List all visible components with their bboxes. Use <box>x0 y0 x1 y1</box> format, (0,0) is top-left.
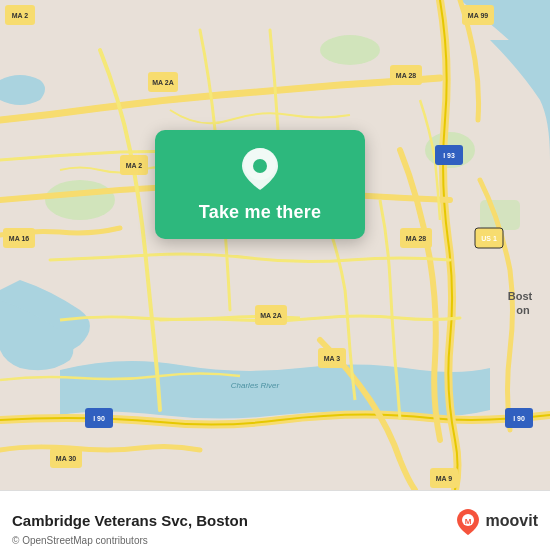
svg-text:MA 28: MA 28 <box>396 72 416 79</box>
svg-text:MA 2: MA 2 <box>126 162 143 169</box>
moovit-label: moovit <box>486 512 538 530</box>
svg-text:Charles River: Charles River <box>231 381 280 390</box>
svg-text:MA 30: MA 30 <box>56 455 76 462</box>
svg-text:MA 16: MA 16 <box>9 235 29 242</box>
moovit-icon: M <box>454 507 482 535</box>
bottom-info-bar: Cambridge Veterans Svc, Boston © OpenStr… <box>0 490 550 550</box>
svg-text:MA 3: MA 3 <box>324 355 341 362</box>
svg-text:MA 2: MA 2 <box>12 12 29 19</box>
copyright-text: © OpenStreetMap contributors <box>12 535 148 546</box>
svg-text:MA 9: MA 9 <box>436 475 453 482</box>
location-info: Cambridge Veterans Svc, Boston © OpenStr… <box>12 512 454 529</box>
location-pin-icon <box>240 146 280 194</box>
svg-text:MA 99: MA 99 <box>468 12 488 19</box>
navigation-card: Take me there <box>155 130 365 239</box>
svg-text:I 90: I 90 <box>93 415 105 422</box>
svg-text:M: M <box>464 517 471 526</box>
svg-text:MA 2A: MA 2A <box>152 79 174 86</box>
svg-text:MA 2A: MA 2A <box>260 312 282 319</box>
svg-point-3 <box>320 35 380 65</box>
svg-text:I 90: I 90 <box>513 415 525 422</box>
svg-point-42 <box>253 159 267 173</box>
svg-text:MA 28: MA 28 <box>406 235 426 242</box>
svg-text:US 1: US 1 <box>481 235 497 242</box>
location-name: Cambridge Veterans Svc, Boston <box>12 512 454 529</box>
moovit-logo: M moovit <box>454 507 538 535</box>
take-me-there-button[interactable]: Take me there <box>199 200 321 225</box>
svg-text:I 93: I 93 <box>443 152 455 159</box>
svg-point-1 <box>45 180 115 220</box>
map-container: MA 2 MA 2A MA 2A I 90 I 90 I 93 MA 28 MA… <box>0 0 550 490</box>
svg-text:on: on <box>516 304 530 316</box>
svg-text:Bost: Bost <box>508 290 533 302</box>
